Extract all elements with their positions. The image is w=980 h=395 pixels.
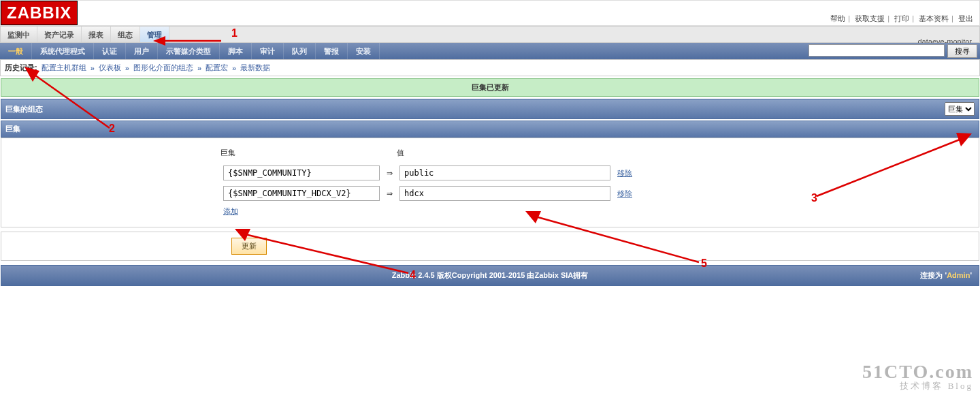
macro-value-input[interactable] [399,165,610,180]
table-row: ⇒ 移除 [220,184,635,203]
tab-administration[interactable]: 管理 [140,27,169,42]
history-item[interactable]: 配置主机群组 [42,63,86,73]
link-print[interactable]: 打印 [894,14,909,22]
subtab-media[interactable]: 示警媒介类型 [158,43,220,59]
macro-bar-title: 巨集 [5,124,20,134]
link-support[interactable]: 获取支援 [855,14,885,22]
col-macro: 巨集 [220,146,382,162]
col-value: 值 [397,146,613,162]
tab-reports[interactable]: 报表 [82,27,111,42]
tab-inventory[interactable]: 资产记录 [37,27,82,42]
link-profile[interactable]: 基本资料 [919,14,949,22]
config-bar-title: 巨集的组态 [5,104,43,114]
search-button[interactable]: 搜寻 [947,44,977,58]
tab-configuration[interactable]: 组态 [111,27,140,42]
macro-name-input[interactable] [223,165,380,180]
subtab-auth[interactable]: 认证 [94,43,126,59]
macro-value-input[interactable] [399,186,610,201]
history-item[interactable]: 配置宏 [206,63,228,73]
sub-tabs: 一般 系统代理程式 认证 用户 示警媒介类型 脚本 审计 队列 警报 安装 搜寻 [0,43,980,59]
search-input[interactable] [808,44,945,57]
logo: ZABBIX [1,1,78,25]
button-pane: 更新 [1,232,979,261]
subtab-install[interactable]: 安装 [348,43,380,59]
subtab-alerts[interactable]: 警报 [316,43,348,59]
arrow-icon: ⇒ [384,184,395,203]
main-tabs: 监测中 资产记录 报表 组态 管理 [0,26,980,43]
history-label: 历史记录: [5,63,37,72]
table-row: ⇒ 移除 [220,163,635,183]
history-item[interactable]: 仪表板 [99,63,121,73]
subtab-queue[interactable]: 队列 [284,43,316,59]
update-button[interactable]: 更新 [231,238,267,255]
subtab-users[interactable]: 用户 [126,43,158,59]
footer: Zabbix 2.4.5 版权Copyright 2001-2015 由Zabb… [1,265,979,286]
history-item[interactable]: 图形化介面的组态 [133,63,193,73]
history-item[interactable]: 最新数据 [240,63,270,73]
tab-monitoring[interactable]: 监测中 [1,27,37,42]
arrow-icon: ⇒ [384,163,395,183]
macro-bar: 巨集 [1,121,979,138]
link-help[interactable]: 帮助 [830,14,845,22]
subtab-scripts[interactable]: 脚本 [220,43,252,59]
config-bar: 巨集的组态 巨集 [1,99,979,119]
macro-name-input[interactable] [223,186,380,201]
subtab-proxies[interactable]: 系统代理程式 [32,43,94,59]
footer-user: 连接为 'Admin' [920,270,972,281]
macro-form: 巨集 值 ⇒ 移除 ⇒ 移除 添加 [1,138,979,227]
header-links: 帮助| 获取支援| 打印| 基本资料| 登出 [830,14,973,24]
config-dropdown[interactable]: 巨集 [945,102,975,116]
history-bar: 历史记录: 配置主机群组» 仪表板» 图形化介面的组态» 配置宏» 最新数据 [0,59,980,76]
subtab-general[interactable]: 一般 [0,43,32,59]
add-link[interactable]: 添加 [223,207,238,215]
remove-link[interactable]: 移除 [617,169,632,177]
footer-text: Zabbix 2.4.5 版权Copyright 2001-2015 由Zabb… [392,270,589,281]
remove-link[interactable]: 移除 [617,189,632,198]
success-banner: 巨集已更新 [1,78,979,97]
link-logout[interactable]: 登出 [958,14,973,22]
subtab-audit[interactable]: 审计 [252,43,284,59]
